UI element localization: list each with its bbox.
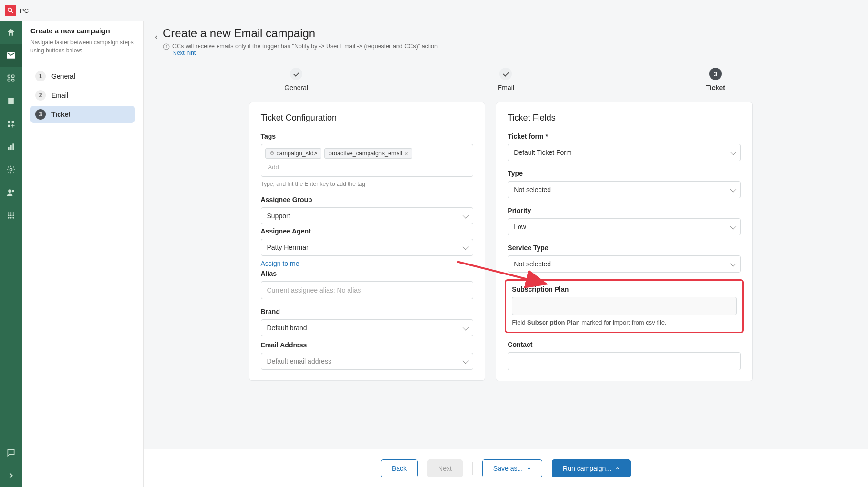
field-label: Priority: [508, 207, 741, 214]
tags-helper: Type, and hit the Enter key to add the t…: [261, 181, 474, 187]
email-address-select[interactable]: Default email address: [261, 353, 474, 370]
chevron-down-icon: [730, 149, 735, 156]
svg-point-21: [10, 214, 11, 216]
tag-text: campaign_<id>: [277, 150, 317, 157]
card-title: Ticket Fields: [508, 113, 741, 123]
field-label: Contact: [508, 341, 741, 348]
type-field: Type Not selected: [508, 170, 741, 198]
progress-step-email[interactable]: Email: [401, 68, 610, 91]
email-address-field: Email Address Default email address: [261, 341, 474, 370]
svg-rect-12: [10, 145, 11, 150]
service-type-select[interactable]: Not selected: [508, 255, 741, 273]
check-icon: [499, 68, 512, 80]
tags-add-input[interactable]: [265, 162, 469, 172]
rail-apps[interactable]: [0, 67, 22, 90]
field-label: Assignee Group: [261, 196, 474, 203]
rail-home[interactable]: [0, 21, 22, 44]
progress-step-label: General: [284, 84, 308, 91]
rail-expand[interactable]: [0, 464, 22, 487]
run-campaign-button[interactable]: Run campaign...: [552, 459, 631, 477]
rail-mail[interactable]: [0, 44, 22, 67]
priority-select[interactable]: Low: [508, 218, 741, 235]
back-chevron-icon[interactable]: [150, 30, 163, 44]
svg-rect-9: [12, 121, 14, 123]
ticket-form-select[interactable]: Default Ticket Form: [508, 144, 741, 161]
content-scroll[interactable]: Ticket Configuration Tags campaign_<id>: [144, 97, 868, 487]
field-label: Tags: [261, 132, 474, 140]
svg-point-20: [8, 214, 9, 216]
svg-rect-5: [8, 79, 10, 81]
contact-input[interactable]: [508, 352, 741, 370]
next-hint-link[interactable]: Next hint: [172, 50, 196, 56]
select-value: Not selected: [514, 186, 551, 193]
tag-chip: proactive_campaigns_email ×: [324, 148, 412, 159]
progress-step-general[interactable]: General: [191, 68, 401, 91]
select-value: Low: [514, 223, 526, 231]
svg-point-23: [8, 217, 9, 218]
rail-analytics[interactable]: [0, 135, 22, 158]
tag-text: proactive_campaigns_email: [329, 150, 402, 157]
rail-settings[interactable]: [0, 158, 22, 181]
field-label: Email Address: [261, 341, 474, 349]
chevron-down-icon: [463, 212, 467, 220]
main-region: Create a new Email campaign CCs will rec…: [144, 0, 868, 487]
remove-tag-icon[interactable]: ×: [404, 151, 408, 157]
field-label: Brand: [261, 308, 474, 315]
field-label: Alias: [261, 270, 474, 277]
assign-to-me-link[interactable]: Assign to me: [261, 260, 299, 267]
chevron-down-icon: [463, 244, 467, 251]
subscription-plan-note: Field Subscription Plan marked for impor…: [512, 319, 737, 326]
tags-input-box[interactable]: campaign_<id> proactive_campaigns_email …: [261, 144, 474, 177]
step-ticket[interactable]: 3 Ticket: [30, 106, 135, 123]
step-number: 2: [35, 90, 46, 101]
page-title: Create a new Email campaign: [163, 27, 849, 40]
svg-point-22: [12, 214, 14, 216]
svg-rect-10: [8, 125, 10, 127]
svg-point-3: [8, 75, 10, 77]
select-value: Not selected: [514, 260, 551, 268]
rail-chat[interactable]: [0, 441, 22, 464]
service-type-field: Service Type Not selected: [508, 244, 741, 273]
svg-point-16: [12, 190, 14, 192]
svg-point-0: [8, 8, 12, 12]
contact-field: Contact: [508, 341, 741, 370]
assignee-agent-select[interactable]: Patty Herrman: [261, 239, 474, 256]
svg-rect-4: [12, 75, 14, 77]
rail-grid[interactable]: [0, 204, 22, 227]
next-button: Next: [427, 459, 463, 477]
brand-select[interactable]: Default brand: [261, 319, 474, 336]
footer-separator: [472, 462, 473, 475]
rail-users[interactable]: [0, 181, 22, 204]
chevron-down-icon: [730, 260, 735, 268]
save-as-button[interactable]: Save as...: [482, 459, 542, 477]
back-button[interactable]: Back: [381, 459, 418, 477]
lock-icon: [269, 150, 275, 157]
footer-bar: Back Next Save as... Run campaign...: [144, 449, 868, 487]
chevron-up-icon: [527, 465, 531, 472]
button-label: Save as...: [493, 465, 523, 472]
progress-step-ticket[interactable]: 3 Ticket: [611, 68, 820, 91]
field-label: Assignee Agent: [261, 227, 474, 235]
svg-rect-11: [8, 147, 9, 150]
rail-docs[interactable]: [0, 90, 22, 112]
hint-row: CCs will receive emails only if the trig…: [163, 43, 849, 56]
ticket-fields-card: Ticket Fields Ticket form * Default Tick…: [496, 102, 753, 381]
step-label: Email: [51, 91, 68, 99]
progress-step-label: Email: [498, 84, 514, 91]
type-select[interactable]: Not selected: [508, 181, 741, 198]
svg-point-24: [10, 217, 11, 218]
rail-add-widget[interactable]: [0, 112, 22, 135]
chevron-down-icon: [463, 357, 467, 365]
svg-point-14: [10, 169, 12, 171]
step-email[interactable]: 2 Email: [30, 87, 135, 104]
chevron-down-icon: [730, 223, 735, 231]
alias-input[interactable]: [261, 281, 474, 299]
subscription-plan-input[interactable]: [512, 297, 737, 315]
step-general[interactable]: 1 General: [30, 68, 135, 85]
ticket-form-field: Ticket form * Default Ticket Form: [508, 132, 741, 161]
alias-field: Alias: [261, 270, 474, 299]
assignee-group-select[interactable]: Support: [261, 207, 474, 224]
svg-rect-8: [8, 121, 10, 123]
nav-rail: [0, 0, 22, 487]
assignee-group-field: Assignee Group Support: [261, 196, 474, 224]
